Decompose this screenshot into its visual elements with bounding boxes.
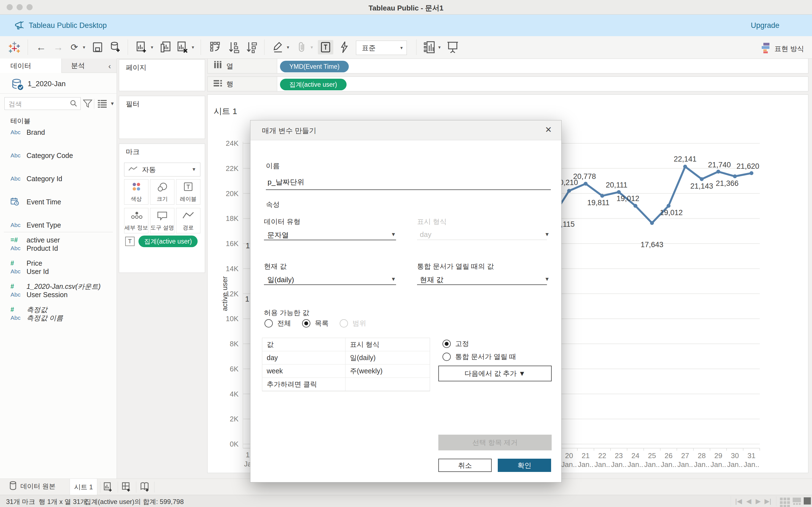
clear-sheet-icon[interactable]: [176, 40, 190, 54]
sheet-tab-active[interactable]: 시트 1: [70, 479, 97, 495]
fit-selector[interactable]: 표준 ▾: [356, 41, 407, 55]
last-mark-icon[interactable]: ▶|: [764, 497, 771, 505]
show-me-panel-icon[interactable]: [422, 40, 436, 54]
sort-ascending-icon[interactable]: [226, 40, 241, 54]
data-type-caret-icon[interactable]: ▼: [391, 231, 396, 237]
field-event-time[interactable]: Event Time: [0, 196, 116, 208]
current-value-caret-icon[interactable]: ▼: [391, 276, 396, 282]
search-input[interactable]: 검색: [4, 97, 81, 110]
filmstrip-view-icon[interactable]: [793, 498, 801, 506]
paperclip-caret-icon[interactable]: ▾: [310, 40, 314, 54]
prev-mark-icon[interactable]: ◀: [746, 497, 751, 505]
radio-selected-icon[interactable]: [443, 340, 451, 348]
highlight-pen-icon[interactable]: [271, 40, 285, 54]
collapse-panel-icon[interactable]: ‹: [108, 62, 111, 71]
sort-descending-icon[interactable]: [244, 40, 259, 54]
first-mark-icon[interactable]: |◀: [735, 497, 742, 505]
data-source-tab[interactable]: 데이터 원본: [9, 481, 56, 492]
value-table-cell[interactable]: 일(daily): [346, 351, 430, 364]
next-mark-icon[interactable]: ▶: [756, 497, 761, 505]
field-price[interactable]: #Price: [0, 258, 116, 269]
show-me-caret-icon[interactable]: ▾: [437, 40, 442, 54]
allowable-option-전체[interactable]: 전체: [264, 319, 291, 328]
value-table-cell[interactable]: [346, 378, 430, 391]
new-story-tab-icon[interactable]: [139, 481, 151, 493]
highlight-caret-icon[interactable]: ▾: [286, 40, 290, 54]
mark-pill-aggregate[interactable]: 집계(active user): [139, 235, 198, 247]
value-table-row[interactable]: day일(daily): [262, 351, 430, 364]
pages-shelf[interactable]: 페이지: [119, 59, 205, 91]
radio-unselected-icon[interactable]: [264, 319, 273, 328]
tab-data[interactable]: 데이터: [0, 59, 61, 73]
fix-axes-icon[interactable]: [338, 40, 350, 54]
value-table-cell[interactable]: 주(weekly): [346, 364, 430, 378]
presentation-mode-icon[interactable]: [446, 40, 460, 54]
mark-button-tooltip[interactable]: 도구 설명: [150, 208, 174, 233]
add-values-from-button[interactable]: 다음에서 값 추가 ▼: [438, 365, 552, 381]
field-event-type[interactable]: AbcEvent Type: [0, 219, 116, 231]
filter-fields-icon[interactable]: [83, 99, 92, 109]
radio-unselected-icon[interactable]: [443, 353, 451, 361]
view-options-caret-icon[interactable]: ▼: [110, 101, 115, 107]
new-worksheet-icon[interactable]: [135, 40, 149, 54]
show-me-button[interactable]: 표현 방식: [762, 42, 804, 55]
field-active-user[interactable]: =#active user: [0, 234, 116, 246]
open-value-caret-icon[interactable]: ▼: [545, 276, 550, 282]
mark-button-color[interactable]: 색상: [124, 179, 148, 205]
field-category-code[interactable]: AbcCategory Code: [0, 150, 116, 161]
single-view-icon[interactable]: [804, 497, 811, 505]
value-table-row[interactable]: week주(weekly): [262, 364, 430, 378]
value-table-cell[interactable]: day: [262, 351, 346, 364]
new-worksheet-tab-icon[interactable]: [102, 481, 114, 493]
pill-ymd-event-time[interactable]: YMD(Event Time): [280, 61, 349, 72]
new-dashboard-tab-icon[interactable]: [120, 481, 133, 493]
field-category-id[interactable]: AbcCategory Id: [0, 173, 116, 184]
name-input[interactable]: p_날짜단위: [267, 177, 304, 187]
fixed-option-통합 문서가 열릴 때[interactable]: 통합 문서가 열릴 때: [443, 352, 516, 361]
parameter-value-table[interactable]: 값표시 형식day일(daily)week주(weekly)추가하려면 클릭: [262, 338, 430, 391]
field-brand[interactable]: AbcBrand: [0, 126, 116, 138]
replay-caret-icon[interactable]: ▾: [82, 40, 86, 54]
field-1-2020-jan-csv-카운트-[interactable]: #1_2020-Jan.csv(카운트): [0, 281, 116, 292]
save-icon[interactable]: [91, 40, 104, 54]
rows-shelf[interactable]: 행 집계(active user): [207, 76, 808, 92]
redo-icon[interactable]: →: [52, 40, 65, 54]
filters-shelf[interactable]: 필터: [119, 96, 205, 139]
clear-sheet-caret-icon[interactable]: ▾: [191, 40, 195, 54]
current-value-select[interactable]: 일(daily): [267, 275, 294, 285]
show-mark-labels-icon[interactable]: [318, 40, 333, 54]
columns-shelf[interactable]: 열 YMD(Event Time): [207, 59, 808, 73]
open-value-select[interactable]: 현재 값: [420, 275, 443, 285]
swap-rows-columns-icon[interactable]: [208, 40, 223, 54]
allowable-option-목록[interactable]: 목록: [302, 319, 328, 328]
mark-button-size[interactable]: 크기: [150, 179, 174, 205]
ok-button[interactable]: 확인: [498, 459, 551, 472]
grid-view-icon[interactable]: [780, 498, 790, 507]
data-source-item[interactable]: 1_2020-Jan: [0, 76, 117, 93]
paperclip-icon[interactable]: [295, 40, 308, 54]
value-table-cell[interactable]: 추가하려면 클릭: [262, 378, 346, 391]
mark-button-detail[interactable]: 세부 정보: [124, 208, 148, 233]
undo-icon[interactable]: ←: [35, 40, 48, 54]
y-tick-12K: 12K: [211, 290, 239, 298]
value-table-row[interactable]: 추가하려면 클릭: [262, 378, 430, 391]
upgrade-link[interactable]: Upgrade: [751, 21, 779, 30]
replay-icon[interactable]: ⟳: [68, 40, 81, 54]
data-type-select[interactable]: 문자열: [267, 230, 289, 240]
mark-button-path[interactable]: 경로: [176, 208, 200, 233]
value-table-cell[interactable]: week: [262, 364, 346, 378]
new-worksheet-caret-icon[interactable]: ▾: [150, 40, 154, 54]
cancel-button[interactable]: 취소: [438, 459, 492, 472]
mark-button-label[interactable]: 레이블: [176, 179, 200, 205]
view-options-icon[interactable]: [98, 100, 107, 109]
field-측정값[interactable]: #측정값: [0, 304, 116, 315]
pill-agg-active-user[interactable]: 집계(active user): [280, 79, 347, 90]
new-data-source-icon[interactable]: [108, 40, 122, 54]
fixed-option-고정[interactable]: 고정: [443, 339, 516, 348]
mark-type-selector[interactable]: 자동 ▼: [124, 163, 200, 176]
close-icon[interactable]: ✕: [545, 125, 552, 134]
tableau-logo-icon[interactable]: [7, 40, 21, 54]
duplicate-sheet-icon[interactable]: [159, 40, 173, 54]
dialog-header[interactable]: 매개 변수 만들기 ✕: [250, 120, 561, 140]
radio-selected-icon[interactable]: [302, 319, 310, 328]
